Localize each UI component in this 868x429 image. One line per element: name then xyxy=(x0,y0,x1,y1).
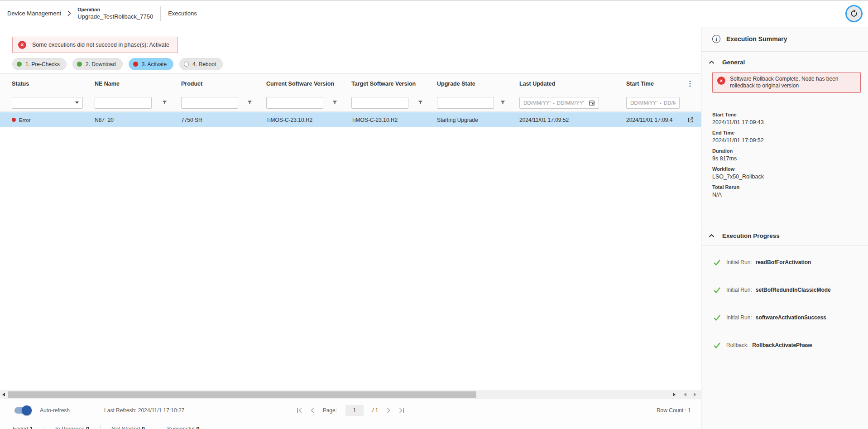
calendar-icon[interactable] xyxy=(589,100,595,106)
filter-cell-current-software xyxy=(262,97,347,109)
column-header-ne-name[interactable]: NE Name xyxy=(90,74,177,94)
check-icon xyxy=(713,342,721,349)
field-start-time: Start Time 2024/11/01 17:09:43 xyxy=(712,112,868,126)
previous-page-button[interactable] xyxy=(311,408,314,413)
page-total: / 1 xyxy=(372,407,378,414)
field-label: End Time xyxy=(712,130,868,136)
device-management-app: Device Management Operation Upgrade_Test… xyxy=(0,0,868,429)
field-workflow: Workflow LSO_7x50_Rollback xyxy=(712,166,868,180)
phase-chip-reboot[interactable]: 4. Reboot xyxy=(179,58,223,70)
pinned-scroll-left-arrow-icon[interactable] xyxy=(684,393,686,396)
check-icon xyxy=(713,314,721,321)
breadcrumb-device-management[interactable]: Device Management xyxy=(7,10,61,17)
progress-list: Initial Run: readBofForActivation Initia… xyxy=(713,259,868,349)
ne-name-filter-input[interactable] xyxy=(95,97,152,109)
column-header-last-updated[interactable]: Last Updated xyxy=(515,74,622,94)
filter-funnel-icon[interactable] xyxy=(417,100,423,106)
column-header-current-software-version[interactable]: Current Software Version xyxy=(262,74,347,94)
row-current-software-cell: TiMOS-C-23.10.R2 xyxy=(262,117,347,123)
first-page-bar-icon xyxy=(297,408,298,413)
first-page-button[interactable] xyxy=(297,408,302,413)
auto-refresh-label: Auto-refresh xyxy=(40,407,70,414)
check-icon xyxy=(713,259,721,266)
caret-down-icon xyxy=(75,101,79,104)
pinned-scroll-right-arrow-icon[interactable] xyxy=(694,393,696,396)
field-label: Start Time xyxy=(712,112,868,118)
phase-chip-download[interactable]: 2. Download xyxy=(72,58,123,70)
date-range-separator: - xyxy=(553,100,555,106)
start-time-date-range-input[interactable]: DD/MM/YYYY - DD/MM/YYYY xyxy=(626,97,680,109)
column-header-target-software-version[interactable]: Target Software Version xyxy=(347,74,432,94)
counter-successful: Successful0 xyxy=(156,425,210,429)
scrollbar-thumb[interactable] xyxy=(8,391,476,398)
date-from-placeholder: DD/MM/YYYY xyxy=(523,100,551,106)
counter-value: 1 xyxy=(30,426,33,429)
progress-stage: Rollback: xyxy=(726,342,748,349)
table-options-kebab-icon[interactable]: ⋮ xyxy=(686,79,694,88)
filter-funnel-icon[interactable] xyxy=(500,100,506,106)
error-icon: × xyxy=(717,77,725,85)
upgrade-state-filter-input[interactable] xyxy=(437,97,494,109)
phase-error-banner: × Some executions did not succeed in pha… xyxy=(12,37,178,53)
executions-pane: × Some executions did not succeed in pha… xyxy=(0,27,701,429)
next-page-button[interactable] xyxy=(387,408,390,413)
pagination: Page: 1 / 1 xyxy=(297,405,404,416)
target-software-filter-input[interactable] xyxy=(351,97,408,109)
operation-label: Operation xyxy=(77,7,153,12)
refresh-button[interactable] xyxy=(845,5,863,22)
phase-chip-activate[interactable]: 3. Activate xyxy=(129,58,173,70)
horizontal-scrollbar[interactable] xyxy=(0,390,701,398)
phase-error-message: Some executions did not succeed in phase… xyxy=(32,42,169,48)
breadcrumb-bar: Device Management Operation Upgrade_Test… xyxy=(0,1,868,26)
row-last-updated-cell: 2024/11/01 17:09:52 xyxy=(515,117,622,123)
open-in-new-icon[interactable] xyxy=(687,117,694,123)
last-page-bar-icon xyxy=(403,408,404,413)
filter-cell-target-software xyxy=(347,97,432,109)
chevron-up-icon xyxy=(709,60,715,64)
filter-cell-product xyxy=(177,97,262,109)
general-section-header[interactable]: General xyxy=(701,52,868,66)
chevron-up-icon xyxy=(709,234,715,238)
last-updated-date-range-input[interactable]: DD/MM/YYYY - DD/MM/YYYY xyxy=(519,97,599,109)
column-header-status[interactable]: Status xyxy=(7,74,90,94)
product-filter-input[interactable] xyxy=(181,97,238,109)
scroll-left-arrow-icon[interactable] xyxy=(2,393,5,396)
general-section-title: General xyxy=(722,59,745,66)
filter-funnel-icon[interactable] xyxy=(247,100,253,106)
section-divider xyxy=(701,246,868,246)
info-icon: i xyxy=(712,35,720,43)
execution-progress-section-header[interactable]: Execution Progress xyxy=(701,225,868,239)
row-product-cell: 7750 SR xyxy=(177,117,262,123)
phase-chip-label: 3. Activate xyxy=(142,61,167,67)
field-value: 2024/11/01 17:09:43 xyxy=(712,119,868,126)
phase-chip-pre-checks[interactable]: 1. Pre-Checks xyxy=(12,58,67,70)
counter-value: 0 xyxy=(142,426,145,429)
row-target-software-cell: TiMOS-C-23.10.R2 xyxy=(347,117,432,123)
filter-funnel-icon[interactable] xyxy=(162,100,168,106)
execution-summary-panel: i Execution Summary General × Software R… xyxy=(701,27,868,429)
filter-funnel-icon[interactable] xyxy=(332,100,338,106)
last-page-button[interactable] xyxy=(399,408,404,413)
toggle-knob xyxy=(22,405,32,415)
page-number-input[interactable]: 1 xyxy=(345,405,364,416)
filter-cell-ne-name xyxy=(90,97,177,109)
check-icon xyxy=(713,287,721,294)
not-started-dot-icon xyxy=(184,62,189,67)
counter-value: 0 xyxy=(197,426,200,429)
date-from-placeholder: DD/MM/YYYY xyxy=(630,100,657,106)
date-range-separator: - xyxy=(660,100,662,106)
error-dot-icon xyxy=(12,118,16,122)
column-header-upgrade-state[interactable]: Upgrade State xyxy=(432,74,515,94)
progress-task: softwareActivationSuccess xyxy=(756,314,826,321)
breadcrumb-divider xyxy=(160,6,161,21)
current-software-filter-input[interactable] xyxy=(266,97,323,109)
scroll-right-arrow-icon[interactable] xyxy=(673,393,676,396)
auto-refresh-toggle[interactable] xyxy=(14,407,30,414)
column-header-product[interactable]: Product xyxy=(177,74,262,94)
status-filter-select[interactable] xyxy=(12,97,83,109)
phase-chip-label: 4. Reboot xyxy=(192,61,216,67)
row-upgrade-state-cell: Starting Upgrade xyxy=(432,117,515,123)
table-row[interactable]: Error N87_20 7750 SR TiMOS-C-23.10.R2 Ti… xyxy=(0,112,701,127)
counter-label: Successful xyxy=(167,426,194,429)
field-value: LSO_7x50_Rollback xyxy=(712,173,868,180)
